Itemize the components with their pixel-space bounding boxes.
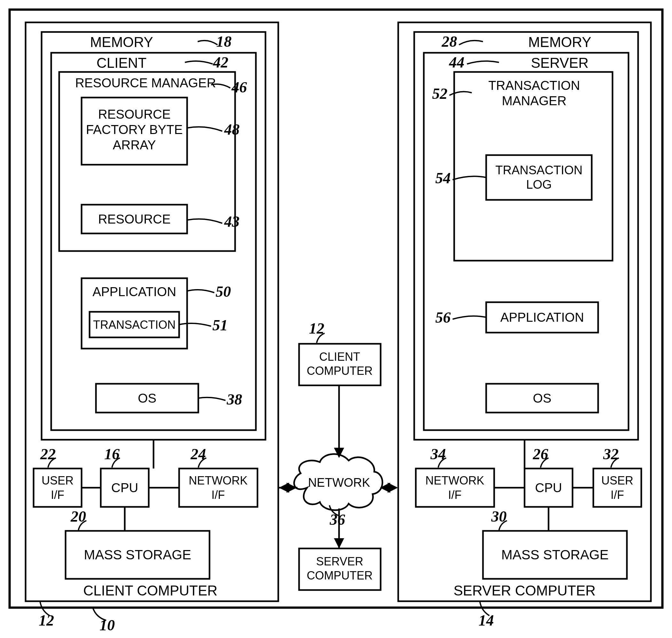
- server-computer-label: SERVER COMPUTER: [454, 583, 595, 598]
- network-label: NETWORK: [308, 476, 370, 489]
- ref-48: 48: [224, 121, 239, 138]
- resource-label: RESOURCE: [98, 212, 171, 226]
- server-memory-label: MEMORY: [528, 34, 591, 50]
- client-os-label: OS: [138, 391, 156, 405]
- ref-36: 36: [330, 511, 345, 528]
- ref-38: 38: [226, 391, 242, 408]
- client-box-label: CLIENT: [97, 55, 147, 71]
- ref-44: 44: [449, 54, 465, 71]
- resource-factory-label1: RESOURCE: [98, 107, 171, 121]
- ref-52: 52: [432, 85, 448, 102]
- ref-46: 46: [231, 79, 247, 96]
- ref-54: 54: [435, 169, 451, 186]
- tx-log-label2: LOG: [526, 178, 552, 191]
- ref-34: 34: [430, 446, 446, 463]
- server-network-if-label1: NETWORK: [425, 474, 484, 487]
- ref-20: 20: [70, 508, 86, 525]
- ref-16: 16: [104, 446, 120, 463]
- client-memory-label: MEMORY: [90, 34, 153, 50]
- ref-28: 28: [441, 33, 457, 50]
- center-server-label2: COMPUTER: [307, 569, 373, 582]
- ref-12c: 12: [309, 320, 324, 337]
- client-computer-label: CLIENT COMPUTER: [83, 583, 218, 598]
- client-cpu-label: CPU: [111, 481, 138, 495]
- tx-manager-label2: MANAGER: [502, 94, 567, 108]
- tx-manager-label1: TRANSACTION: [488, 78, 580, 93]
- ref-51: 51: [212, 317, 228, 334]
- client-network-if-label2: I/F: [212, 488, 225, 501]
- server-user-if-label1: USER: [601, 474, 633, 487]
- ref-42: 42: [213, 54, 229, 71]
- tx-log-label1: TRANSACTION: [495, 164, 583, 177]
- ref-18: 18: [216, 33, 232, 50]
- resource-manager-label: RESOURCE MANAGER: [75, 76, 216, 90]
- server-application-label: APPLICATION: [500, 310, 584, 324]
- client-mass-storage-label: MASS STORAGE: [84, 547, 191, 562]
- ref-32: 32: [603, 446, 619, 463]
- server-user-if-label2: I/F: [610, 488, 624, 501]
- client-user-if-label2: I/F: [51, 488, 64, 501]
- resource-factory-label3: ARRAY: [113, 138, 156, 152]
- ref-12: 12: [39, 612, 54, 629]
- ref-56: 56: [435, 309, 451, 326]
- client-application-label: APPLICATION: [93, 285, 176, 299]
- ref-30: 30: [491, 508, 507, 525]
- ref-22: 22: [40, 446, 56, 463]
- center-client-label1: CLIENT: [319, 350, 360, 363]
- ref-10: 10: [99, 617, 115, 634]
- ref-26: 26: [533, 446, 548, 463]
- server-box-label: SERVER: [531, 55, 589, 71]
- ref-50: 50: [216, 283, 231, 300]
- ref-14: 14: [478, 612, 494, 629]
- transaction-label: TRANSACTION: [93, 318, 175, 331]
- server-os-label: OS: [533, 391, 551, 405]
- server-mass-storage-label: MASS STORAGE: [501, 547, 608, 562]
- resource-factory-label2: FACTORY BYTE: [86, 122, 183, 137]
- ref-43: 43: [224, 213, 239, 230]
- center-client-label2: COMPUTER: [307, 364, 373, 377]
- client-network-if-label1: NETWORK: [189, 474, 248, 487]
- ref-24: 24: [190, 446, 206, 463]
- transaction-log: [486, 155, 592, 200]
- client-user-if-label1: USER: [41, 474, 73, 487]
- center-server-label1: SERVER: [316, 555, 363, 568]
- diagram-root: CLIENT COMPUTER MEMORY CLIENT RESOURCE M…: [0, 0, 672, 638]
- server-cpu-label: CPU: [535, 481, 562, 495]
- server-network-if-label2: I/F: [448, 488, 461, 501]
